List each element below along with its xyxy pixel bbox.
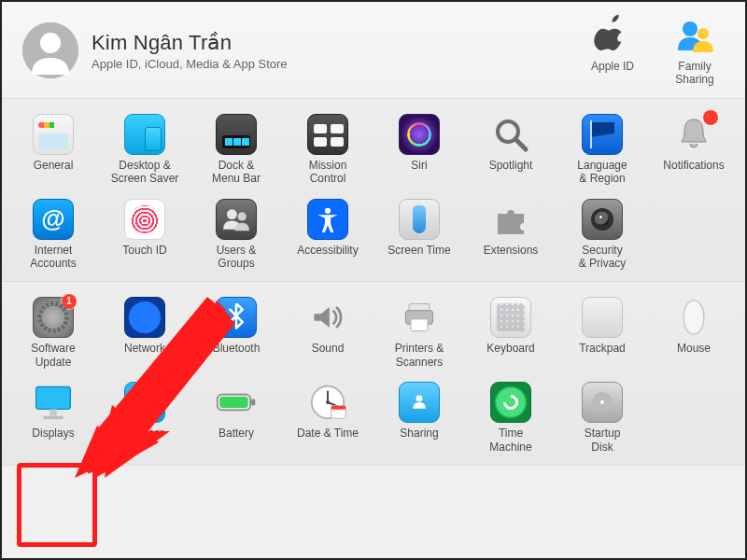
pref-extensions-label: Extensions <box>484 244 539 257</box>
pref-sound[interactable]: Sound <box>282 291 374 372</box>
desktop-icon <box>124 114 165 155</box>
extensions-icon <box>490 199 531 240</box>
pref-startup-label-1: Startup <box>585 427 621 440</box>
pref-notifications[interactable]: Notifications <box>648 108 740 189</box>
pref-battery-label: Battery <box>218 427 254 440</box>
user-info-block[interactable]: Kim Ngân Trần Apple ID, iCloud, Media & … <box>22 22 288 78</box>
pref-keyboard[interactable]: Keyboard <box>465 291 557 372</box>
trackpad-icon <box>582 297 623 338</box>
sound-icon <box>307 297 348 338</box>
pref-spotlight-label: Spotlight <box>489 159 533 172</box>
touch-id-icon <box>124 199 165 240</box>
pref-software-update[interactable]: 1 Software Update <box>7 291 99 372</box>
battery-icon <box>216 382 257 423</box>
pref-general-label: General <box>34 159 74 172</box>
pref-general[interactable]: General <box>7 108 99 189</box>
apple-id-button[interactable]: Apple ID <box>583 15 642 73</box>
siri-icon <box>399 114 440 155</box>
pref-battery[interactable]: Battery <box>190 376 282 457</box>
svg-point-7 <box>238 212 247 220</box>
pref-security-label-1: Security <box>579 244 627 257</box>
pref-screentime-label: Screen Time <box>388 244 450 257</box>
accessibility-icon <box>307 199 348 240</box>
pref-sidecar[interactable]: Sidecar <box>99 376 190 457</box>
pref-internet-label-2: Accounts <box>30 257 76 270</box>
pref-swupdate-label-1: Software <box>31 342 75 355</box>
mission-control-icon <box>307 114 348 155</box>
pref-desktop-label-1: Desktop & <box>111 159 179 172</box>
keyboard-icon <box>490 297 531 338</box>
pref-users-groups[interactable]: Users & Groups <box>190 193 282 274</box>
pref-startup-disk[interactable]: Startup Disk <box>557 376 648 457</box>
pref-sharing[interactable]: Sharing <box>374 376 465 457</box>
pref-security-privacy[interactable]: Security & Privacy <box>557 193 648 274</box>
pref-date-time[interactable]: Date & Time <box>282 376 374 457</box>
avatar <box>22 22 78 78</box>
annotation-highlight <box>17 463 97 547</box>
pref-displays[interactable]: Displays <box>7 376 99 457</box>
pref-mission-control[interactable]: Mission Control <box>282 108 374 189</box>
pref-printers-label-1: Printers & <box>395 342 444 355</box>
bluetooth-icon <box>216 297 257 338</box>
pref-security-label-2: & Privacy <box>579 257 627 270</box>
pref-time-machine[interactable]: Time Machine <box>465 376 557 457</box>
date-time-icon <box>307 382 348 423</box>
pref-language-region[interactable]: Language & Region <box>557 108 648 189</box>
family-sharing-label-1: Family <box>678 60 711 73</box>
pref-network[interactable]: Network <box>99 291 190 372</box>
pref-language-label-2: & Region <box>577 172 627 185</box>
svg-rect-14 <box>49 409 56 415</box>
pref-users-label-2: Groups <box>217 257 257 270</box>
pref-extensions[interactable]: Extensions <box>465 193 557 274</box>
pref-dock-label-2: Menu Bar <box>212 172 261 185</box>
apple-logo-icon <box>592 15 633 56</box>
pref-dock-menubar[interactable]: Dock & Menu Bar <box>190 108 282 189</box>
software-update-badge: 1 <box>62 294 77 309</box>
prefs-section-1: General Desktop & Screen Saver Dock & Me… <box>2 99 745 283</box>
svg-rect-26 <box>331 406 345 410</box>
svg-rect-15 <box>43 416 63 420</box>
pref-touch-id[interactable]: Touch ID <box>99 193 190 274</box>
svg-point-6 <box>227 209 237 219</box>
svg-point-3 <box>698 28 709 39</box>
time-machine-icon <box>490 382 531 423</box>
pref-mouse[interactable]: Mouse <box>648 291 740 372</box>
software-update-icon: 1 <box>33 297 74 338</box>
svg-rect-19 <box>251 399 255 406</box>
pref-desktop-screensaver[interactable]: Desktop & Screen Saver <box>99 108 190 189</box>
svg-rect-20 <box>219 397 247 408</box>
sharing-icon <box>399 382 440 423</box>
pref-accessibility[interactable]: Accessibility <box>282 193 374 274</box>
pref-datetime-label: Date & Time <box>297 427 359 440</box>
general-icon <box>33 114 74 155</box>
user-subtitle: Apple ID, iCloud, Media & App Store <box>92 57 288 71</box>
svg-point-8 <box>325 207 331 213</box>
pref-bluetooth[interactable]: Bluetooth <box>190 291 282 372</box>
pref-siri[interactable]: Siri <box>374 108 465 189</box>
pref-printers-label-2: Scanners <box>395 356 444 369</box>
pref-internet-accounts[interactable]: @ Internet Accounts <box>7 193 99 274</box>
pref-keyboard-label: Keyboard <box>486 342 534 355</box>
pref-touchid-label: Touch ID <box>122 244 166 257</box>
pref-swupdate-label-2: Update <box>31 356 75 369</box>
pref-trackpad[interactable]: Trackpad <box>557 291 648 372</box>
apple-id-label: Apple ID <box>591 60 634 73</box>
header: Kim Ngân Trần Apple ID, iCloud, Media & … <box>2 2 745 99</box>
pref-network-label: Network <box>124 342 165 355</box>
svg-point-24 <box>326 400 330 404</box>
svg-rect-13 <box>36 387 71 410</box>
pref-printers-scanners[interactable]: Printers & Scanners <box>374 291 465 372</box>
svg-point-2 <box>683 21 698 36</box>
pref-screen-time[interactable]: Screen Time <box>374 193 465 274</box>
mouse-icon <box>673 297 714 338</box>
spotlight-icon <box>490 114 531 155</box>
security-icon <box>582 199 623 240</box>
pref-mission-label-1: Mission <box>309 159 347 172</box>
printers-icon <box>399 297 440 338</box>
svg-point-27 <box>416 396 423 402</box>
svg-point-12 <box>684 301 704 334</box>
pref-siri-label: Siri <box>411 159 427 172</box>
family-sharing-button[interactable]: Family Sharing <box>665 15 725 87</box>
system-preferences-window: Kim Ngân Trần Apple ID, iCloud, Media & … <box>0 0 747 560</box>
pref-spotlight[interactable]: Spotlight <box>465 108 557 189</box>
